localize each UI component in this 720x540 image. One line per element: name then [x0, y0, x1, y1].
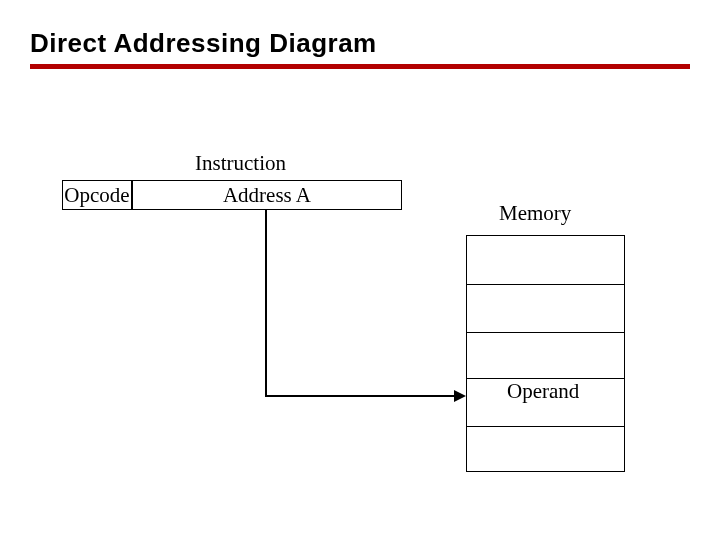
memory-label: Memory	[499, 201, 571, 226]
operand-label: Operand	[507, 379, 579, 404]
memory-block: Operand	[466, 235, 625, 472]
arrow-segment-horizontal	[265, 395, 454, 397]
opcode-text: Opcode	[64, 183, 129, 207]
arrow-segment-vertical	[265, 210, 267, 397]
address-text: Address A	[223, 183, 311, 207]
page-title: Direct Addressing Diagram	[30, 28, 377, 59]
memory-cell-divider	[467, 332, 624, 333]
opcode-box: Opcode	[62, 180, 132, 210]
arrowhead-icon	[454, 390, 466, 402]
instruction-label: Instruction	[195, 151, 286, 176]
memory-cell-divider	[467, 284, 624, 285]
memory-cell-divider	[467, 426, 624, 427]
address-box: Address A	[132, 180, 402, 210]
title-rule	[30, 64, 690, 69]
